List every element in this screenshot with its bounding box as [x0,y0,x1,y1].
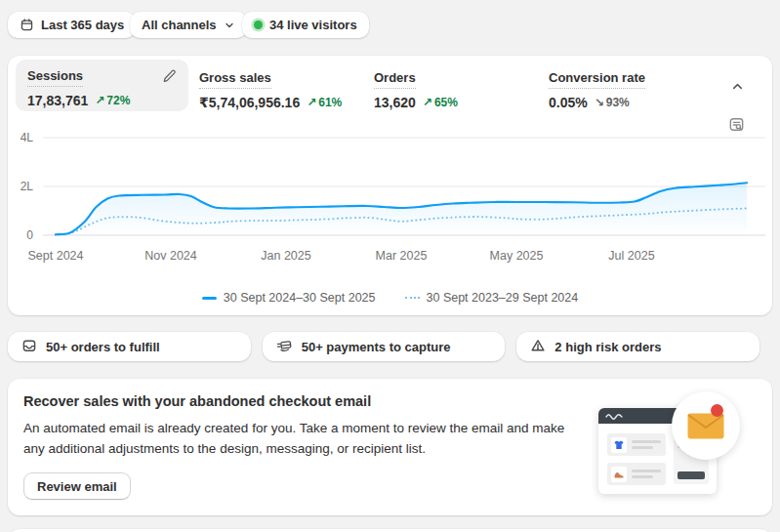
recover-card-title: Recover sales with your abandoned checko… [23,393,371,409]
shoe-icon [611,467,627,482]
date-range-button[interactable]: Last 365 days [8,12,136,38]
svg-text:Mar 2025: Mar 2025 [376,249,428,263]
abandoned-checkout-card: Recover sales with your abandoned checko… [8,379,772,515]
sessions-value: 17,83,761 [27,93,88,108]
svg-text:Jul 2025: Jul 2025 [608,249,654,263]
analytics-card: Sessions 17,83,761 ↗ 72% Gross sales ₹5,… [8,56,772,315]
recover-card-body: An automated email is already created fo… [23,418,585,459]
gross-sales-label: Gross sales [199,70,271,89]
high-risk-orders-label: 2 high risk orders [554,340,661,354]
legend-current-label: 30 Sept 2024–30 Sept 2025 [224,291,376,305]
channels-dropdown[interactable]: All channels [130,12,247,38]
tshirt-icon [611,437,627,453]
sessions-label: Sessions [27,68,83,87]
legend-previous-period: 30 Sept 2023–29 Sept 2024 [405,291,579,305]
notification-dot-icon [711,404,723,417]
metric-conversion-rate[interactable]: Conversion rate 0.05% ↘ 93% [549,68,645,110]
product-row-shirt [607,433,666,456]
metric-orders[interactable]: Orders 13,620 ↗ 65% [374,68,458,110]
metric-gross-sales[interactable]: Gross sales ₹5,74,06,956.16 ↗ 61% [199,68,342,110]
orders-label: Orders [374,70,416,89]
sessions-delta: 72% [106,94,130,107]
svg-text:2L: 2L [21,180,34,193]
checkout-button-mock [677,471,705,479]
warning-triangle-icon [530,338,546,356]
orders-to-fulfill-button[interactable]: 50+ orders to fulfill [8,332,251,361]
email-badge-circle [672,391,740,460]
solid-line-swatch-icon [202,297,217,300]
metric-tab-sessions[interactable]: Sessions 17,83,761 ↗ 72% [16,60,188,111]
chevron-up-icon [730,82,745,97]
chevron-down-icon [224,20,235,31]
svg-text:Sept 2024: Sept 2024 [28,249,84,263]
calendar-icon [20,18,34,32]
channels-label: All channels [142,18,217,32]
edit-pencil-icon[interactable] [162,68,177,87]
payments-to-capture-button[interactable]: 50+ payments to capture [263,332,506,361]
payments-to-capture-label: 50+ payments to capture [302,340,451,354]
legend-current-period: 30 Sept 2024–30 Sept 2025 [202,291,376,305]
up-arrow-icon: ↗ [95,94,104,107]
live-visitors-button[interactable]: 34 live visitors [242,12,369,38]
conversion-rate-delta: 93% [606,96,630,109]
actions-row: 50+ orders to fulfill 50+ payments to ca… [8,332,759,361]
abandoned-checkout-illustration [598,391,735,499]
orders-value: 13,620 [374,95,416,110]
gross-sales-value: ₹5,74,06,956.16 [199,95,300,110]
svg-text:4L: 4L [21,131,34,144]
sessions-chart-svg[interactable]: 02L4LSept 2024Nov 2024Jan 2025Mar 2025Ma… [8,126,772,272]
review-email-button[interactable]: Review email [23,472,131,500]
conversion-rate-label: Conversion rate [549,70,645,89]
squiggle-icon [605,412,623,420]
down-arrow-icon: ↘ [595,96,604,109]
live-visitors-label: 34 live visitors [269,18,357,32]
up-arrow-icon: ↗ [423,96,432,109]
payment-capture-icon [276,338,293,356]
conversion-rate-value: 0.05% [549,95,588,110]
date-range-label: Last 365 days [41,18,124,32]
live-dot-icon [254,20,263,29]
chart-legend: 30 Sept 2024–30 Sept 2025 30 Sept 2023–2… [8,291,772,305]
dotted-line-swatch-icon [405,297,420,299]
product-row-shoe [607,463,666,485]
high-risk-orders-button[interactable]: 2 high risk orders [516,332,759,361]
collapse-analytics-button[interactable] [728,77,747,99]
up-arrow-icon: ↗ [307,96,316,109]
orders-to-fulfill-label: 50+ orders to fulfill [46,340,160,354]
svg-text:0: 0 [26,228,33,242]
orders-inbox-icon [21,338,37,356]
svg-text:May 2025: May 2025 [490,249,544,263]
gross-sales-delta: 61% [318,96,342,109]
svg-text:Jan 2025: Jan 2025 [261,249,310,263]
orders-delta: 65% [434,96,458,109]
svg-text:Nov 2024: Nov 2024 [144,249,197,263]
legend-previous-label: 30 Sept 2023–29 Sept 2024 [427,291,579,305]
